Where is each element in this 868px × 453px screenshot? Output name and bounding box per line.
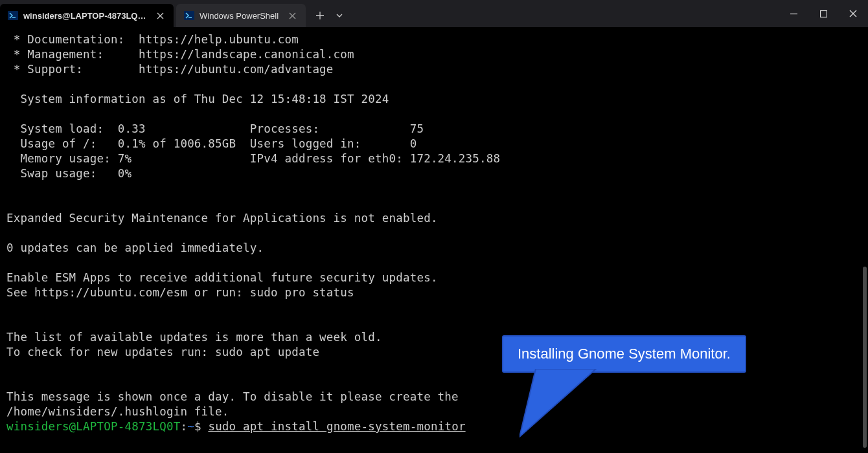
svg-rect-2	[820, 10, 827, 17]
prompt-path: ~	[187, 420, 194, 433]
tab-title: winsiders@LAPTOP-4873LQ0T	[23, 11, 146, 21]
minimize-button[interactable]	[779, 0, 808, 27]
tab-title: Windows PowerShell	[200, 11, 279, 21]
tab-inactive[interactable]: Windows PowerShell	[176, 4, 306, 27]
prompt-user: winsiders@LAPTOP-4873LQ0T	[6, 420, 180, 433]
callout-arrow-icon	[520, 369, 604, 440]
close-icon[interactable]	[154, 10, 166, 21]
powershell-icon	[8, 10, 18, 21]
prompt-sep: :	[180, 420, 187, 433]
svg-marker-3	[520, 369, 596, 437]
new-tab-button[interactable]	[310, 5, 330, 26]
scrollbar[interactable]	[862, 27, 868, 453]
motd-text: * Documentation: https://help.ubuntu.com…	[6, 33, 500, 418]
callout-text: Installing Gnome System Monitor.	[502, 335, 746, 373]
annotation-callout: Installing Gnome System Monitor.	[502, 335, 746, 373]
titlebar: winsiders@LAPTOP-4873LQ0T Windows PowerS…	[0, 0, 868, 27]
terminal-output[interactable]: * Documentation: https://help.ubuntu.com…	[0, 27, 868, 439]
powershell-icon	[184, 10, 194, 21]
maximize-button[interactable]	[808, 0, 838, 27]
chevron-down-icon[interactable]	[330, 5, 348, 26]
prompt-dollar: $	[194, 420, 208, 433]
window-controls	[779, 0, 868, 27]
close-button[interactable]	[838, 0, 868, 27]
tab-active[interactable]: winsiders@LAPTOP-4873LQ0T	[0, 4, 174, 27]
tabs-container: winsiders@LAPTOP-4873LQ0T Windows PowerS…	[0, 0, 779, 27]
command-text: sudo apt install gnome-system-monitor	[208, 420, 465, 433]
scrollbar-thumb[interactable]	[863, 267, 867, 448]
close-icon[interactable]	[286, 10, 298, 21]
